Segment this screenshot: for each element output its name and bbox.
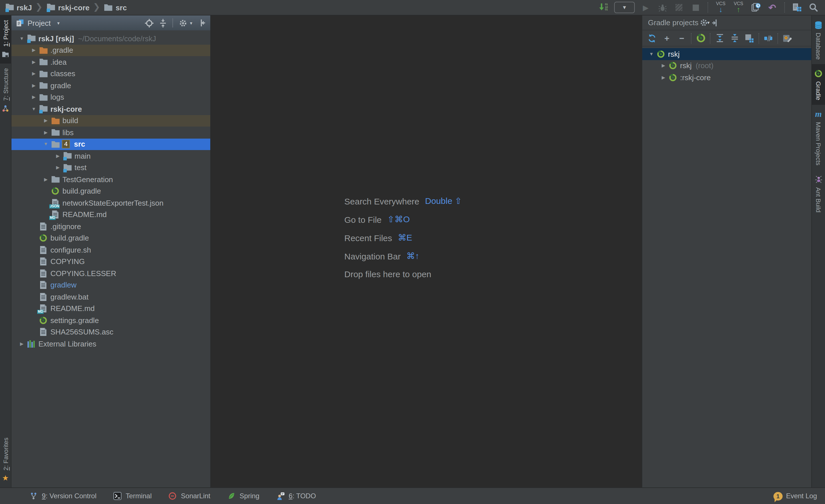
tree-row[interactable]: ▶libs [11, 127, 210, 138]
editor-empty-area[interactable]: Search EverywhereDouble ⇧Go to File⇧⌘ORe… [211, 15, 642, 487]
status-item---version-control[interactable]: 9: Version Control [29, 492, 96, 500]
vcs-commit-icon[interactable]: VCS ↑ [732, 2, 745, 13]
tree-row[interactable]: MDREADME.md [11, 303, 210, 315]
update-project-icon[interactable]: 011001 [598, 1, 609, 14]
tree-row[interactable]: ▼4src [11, 138, 210, 150]
tree-row[interactable]: .gitignore [11, 221, 210, 232]
offline-mode-icon[interactable] [762, 32, 774, 45]
tree-row[interactable]: ▶classes [11, 68, 210, 80]
tree-row[interactable]: ▶logs [11, 91, 210, 103]
modfolder-icon [63, 152, 72, 161]
chevron-expanded-icon[interactable]: ▼ [29, 106, 39, 112]
chevron-collapsed-icon[interactable]: ▶ [659, 75, 668, 80]
status-item-terminal[interactable]: Terminal [112, 492, 152, 500]
chevron-collapsed-icon[interactable]: ▶ [29, 60, 39, 65]
tool-window-tab-ant-build[interactable]: Ant Build [812, 170, 825, 217]
gradle-settings-icon[interactable] [781, 32, 794, 45]
tree-row[interactable]: MDREADME.md [11, 209, 210, 221]
breadcrumb-item[interactable]: rskj-core [46, 3, 90, 12]
chevron-collapsed-icon[interactable]: ▶ [659, 63, 668, 69]
tree-row[interactable]: ▼rskj [642, 48, 811, 60]
chevron-collapsed-icon[interactable]: ▶ [17, 341, 26, 346]
search-everywhere-icon[interactable] [808, 1, 819, 14]
hide-panel-icon[interactable] [710, 17, 721, 28]
tool-window-tab-maven-projects[interactable]: mMaven Projects [812, 105, 825, 170]
collapse-all-icon[interactable] [728, 32, 741, 45]
undo-icon[interactable]: ↶ [766, 1, 778, 14]
coverage-icon[interactable] [673, 1, 685, 14]
hide-panel-icon[interactable] [197, 17, 207, 29]
folder-icon [39, 93, 48, 101]
chevron-expanded-icon[interactable]: ▼ [41, 142, 51, 147]
project-panel-title[interactable]: Project [27, 19, 51, 27]
run-icon[interactable]: ▶ [640, 1, 652, 14]
group-modules-icon[interactable] [743, 32, 756, 45]
vcs-update-icon[interactable]: VCS ↓ [715, 2, 727, 13]
breadcrumb-item[interactable]: rskJ [5, 3, 32, 12]
chevron-collapsed-icon[interactable]: ▶ [29, 48, 39, 53]
status-item-sonarlint[interactable]: SonarLint [168, 492, 211, 500]
tree-row[interactable]: ▶.gradle [11, 45, 210, 56]
tree-row[interactable]: settings.gradle [11, 315, 210, 326]
tool-window-tab-gradle[interactable]: Gradle [812, 64, 825, 105]
tree-row[interactable]: JSONnetworkStateExporterTest.json [11, 197, 210, 209]
chevron-collapsed-icon[interactable]: ▶ [53, 165, 63, 170]
run-gradle-task-icon[interactable] [694, 32, 707, 45]
chevron-collapsed-icon[interactable]: ▶ [41, 130, 51, 135]
tool-window-tab---structure[interactable]: 7: Structure [0, 64, 11, 118]
status-item-spring[interactable]: Spring [226, 492, 259, 500]
tree-row[interactable]: ▶gradle [11, 80, 210, 91]
tree-row[interactable]: SHA256SUMS.asc [11, 326, 210, 338]
chevron-collapsed-icon[interactable]: ▶ [41, 177, 51, 182]
tree-row[interactable]: COPYING.LESSER [11, 267, 210, 279]
run-configuration-dropdown[interactable]: ▼ [614, 2, 635, 13]
chevron-down-icon[interactable]: ▼ [57, 21, 61, 25]
tree-row[interactable]: gradlew.bat [11, 291, 210, 303]
detach-project-icon[interactable]: − [675, 32, 688, 45]
settings-gear-icon[interactable] [177, 17, 188, 29]
chevron-collapsed-icon[interactable]: ▶ [53, 154, 63, 159]
stop-icon[interactable] [690, 1, 701, 14]
tree-item-label: README.md [51, 305, 95, 313]
event-log-button[interactable]: 1 Event Log [773, 492, 817, 500]
chevron-collapsed-icon[interactable]: ▶ [29, 95, 39, 100]
shortcut-keys: ⌘↑ [406, 251, 420, 261]
local-history-icon[interactable] [750, 1, 761, 14]
tree-row[interactable]: gradlew [11, 279, 210, 291]
arrow-up-icon: ↑ [737, 6, 741, 13]
tree-row[interactable]: ▶External Libraries [11, 338, 210, 350]
tree-row[interactable]: configure.sh [11, 244, 210, 256]
tree-row[interactable]: COPYING [11, 256, 210, 267]
project-structure-icon[interactable] [791, 1, 803, 14]
tree-row[interactable]: ▼rskJ [rskj]~/Documents/code/rskJ [11, 33, 210, 45]
chevron-collapsed-icon[interactable]: ▶ [41, 118, 51, 123]
tool-window-tab---project[interactable]: 1: Project [0, 15, 11, 64]
tree-row[interactable]: ▶:rskj-core [642, 72, 811, 83]
expand-all-icon[interactable] [713, 32, 726, 45]
tree-item-detail: ~/Documents/code/rskJ [78, 34, 156, 43]
tree-row[interactable]: build.gradle [11, 185, 210, 197]
chevron-collapsed-icon[interactable]: ▶ [29, 83, 39, 88]
tree-row[interactable]: ▶TestGeneration [11, 174, 210, 185]
tree-row[interactable]: ▶.idea [11, 56, 210, 68]
chevron-collapsed-icon[interactable]: ▶ [29, 71, 39, 76]
branch-icon [29, 492, 39, 500]
breadcrumb-item[interactable]: src [104, 3, 127, 12]
attach-project-icon[interactable]: + [661, 32, 673, 45]
tool-window-tab---favorites[interactable]: 2: Favorites★ [0, 433, 11, 487]
tool-window-tab-database[interactable]: Database [812, 15, 825, 64]
refresh-icon[interactable] [646, 32, 658, 45]
locate-file-icon[interactable] [144, 17, 154, 29]
gradle-panel-title[interactable]: Gradle projects [648, 18, 698, 27]
tree-row[interactable]: ▶rskj(root) [642, 60, 811, 72]
tree-row[interactable]: build.gradle [11, 232, 210, 244]
tree-row[interactable]: ▶main [11, 150, 210, 162]
status-item---todo[interactable]: 6: TODO [276, 492, 316, 500]
chevron-expanded-icon[interactable]: ▼ [647, 52, 656, 57]
collapse-all-icon[interactable] [158, 17, 168, 29]
debug-icon[interactable] [657, 1, 668, 14]
tree-row[interactable]: ▶build [11, 115, 210, 127]
tree-row[interactable]: ▶test [11, 162, 210, 174]
chevron-expanded-icon[interactable]: ▼ [17, 36, 26, 41]
tree-row[interactable]: ▼rskj-core [11, 103, 210, 115]
